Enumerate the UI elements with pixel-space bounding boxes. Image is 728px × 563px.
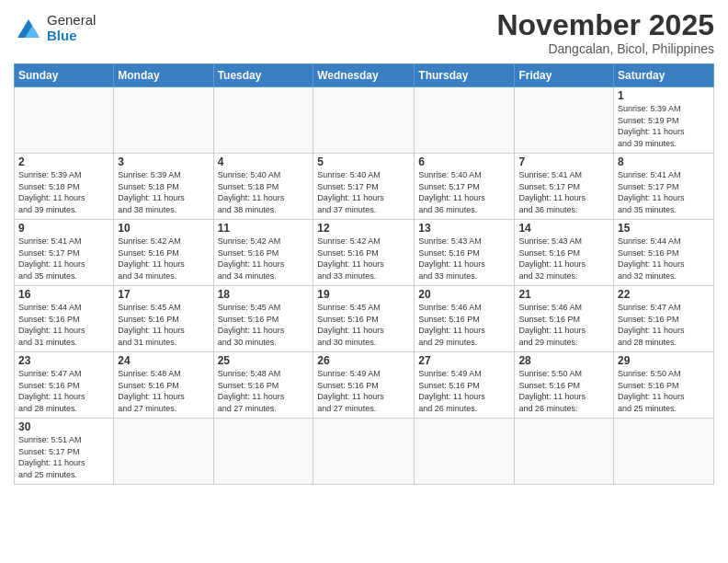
header-thursday: Thursday — [415, 64, 515, 87]
day-info: Sunrise: 5:39 AMSunset: 5:18 PMDaylight:… — [118, 169, 209, 215]
day-info: Sunrise: 5:47 AMSunset: 5:16 PMDaylight:… — [618, 302, 710, 348]
calendar-cell — [614, 419, 714, 485]
day-number: 6 — [418, 155, 510, 168]
calendar-cell: 11Sunrise: 5:42 AMSunset: 5:16 PMDayligh… — [213, 220, 313, 286]
calendar-cell: 7Sunrise: 5:41 AMSunset: 5:17 PMDaylight… — [515, 154, 614, 220]
day-info: Sunrise: 5:40 AMSunset: 5:17 PMDaylight:… — [317, 169, 410, 215]
calendar-row: 30Sunrise: 5:51 AMSunset: 5:17 PMDayligh… — [15, 419, 714, 485]
calendar-cell — [213, 87, 313, 154]
calendar-cell: 9Sunrise: 5:41 AMSunset: 5:17 PMDaylight… — [15, 220, 114, 286]
day-info: Sunrise: 5:45 AMSunset: 5:16 PMDaylight:… — [218, 302, 310, 348]
day-info: Sunrise: 5:45 AMSunset: 5:16 PMDaylight:… — [118, 302, 209, 348]
calendar-row: 1Sunrise: 5:39 AMSunset: 5:19 PMDaylight… — [15, 87, 714, 154]
day-number: 21 — [518, 288, 609, 301]
day-number: 22 — [618, 288, 710, 301]
calendar-row: 9Sunrise: 5:41 AMSunset: 5:17 PMDaylight… — [15, 220, 714, 286]
day-number: 28 — [518, 354, 609, 367]
calendar-cell: 20Sunrise: 5:46 AMSunset: 5:16 PMDayligh… — [415, 286, 515, 352]
calendar-cell: 21Sunrise: 5:46 AMSunset: 5:16 PMDayligh… — [515, 286, 614, 352]
day-info: Sunrise: 5:39 AMSunset: 5:18 PMDaylight:… — [18, 169, 109, 215]
day-number: 11 — [218, 222, 310, 235]
calendar-cell: 26Sunrise: 5:49 AMSunset: 5:16 PMDayligh… — [313, 352, 415, 419]
header-tuesday: Tuesday — [213, 64, 313, 87]
day-number: 7 — [518, 155, 609, 168]
day-info: Sunrise: 5:45 AMSunset: 5:16 PMDaylight:… — [317, 302, 410, 348]
title-block: November 2025 Dangcalan, Bicol, Philippi… — [496, 9, 714, 56]
day-number: 19 — [317, 288, 410, 301]
day-number: 18 — [218, 288, 310, 301]
day-number: 9 — [18, 222, 109, 235]
calendar-cell — [313, 419, 415, 485]
calendar-cell: 17Sunrise: 5:45 AMSunset: 5:16 PMDayligh… — [114, 286, 213, 352]
calendar-cell: 10Sunrise: 5:42 AMSunset: 5:16 PMDayligh… — [114, 220, 213, 286]
day-number: 17 — [118, 288, 209, 301]
calendar-cell: 30Sunrise: 5:51 AMSunset: 5:17 PMDayligh… — [15, 419, 114, 485]
calendar-cell: 27Sunrise: 5:49 AMSunset: 5:16 PMDayligh… — [415, 352, 515, 419]
calendar-cell — [415, 87, 515, 154]
calendar-cell: 14Sunrise: 5:43 AMSunset: 5:16 PMDayligh… — [515, 220, 614, 286]
day-info: Sunrise: 5:41 AMSunset: 5:17 PMDaylight:… — [618, 169, 710, 215]
day-number: 2 — [18, 155, 109, 168]
calendar-cell: 22Sunrise: 5:47 AMSunset: 5:16 PMDayligh… — [614, 286, 714, 352]
calendar-cell: 28Sunrise: 5:50 AMSunset: 5:16 PMDayligh… — [515, 352, 614, 419]
day-number: 16 — [18, 288, 109, 301]
header-friday: Friday — [515, 64, 614, 87]
calendar-cell: 4Sunrise: 5:40 AMSunset: 5:18 PMDaylight… — [213, 154, 313, 220]
calendar-cell: 8Sunrise: 5:41 AMSunset: 5:17 PMDaylight… — [614, 154, 714, 220]
calendar-row: 23Sunrise: 5:47 AMSunset: 5:16 PMDayligh… — [15, 352, 714, 419]
day-info: Sunrise: 5:40 AMSunset: 5:17 PMDaylight:… — [418, 169, 510, 215]
calendar-row: 16Sunrise: 5:44 AMSunset: 5:16 PMDayligh… — [15, 286, 714, 352]
day-info: Sunrise: 5:42 AMSunset: 5:16 PMDaylight:… — [317, 236, 410, 282]
header-saturday: Saturday — [614, 64, 714, 87]
calendar-cell — [515, 87, 614, 154]
day-number: 29 — [618, 354, 710, 367]
calendar-table: Sunday Monday Tuesday Wednesday Thursday… — [14, 63, 714, 485]
day-info: Sunrise: 5:46 AMSunset: 5:16 PMDaylight:… — [518, 302, 609, 348]
day-number: 23 — [18, 354, 109, 367]
day-info: Sunrise: 5:41 AMSunset: 5:17 PMDaylight:… — [518, 169, 609, 215]
page: General Blue November 2025 Dangcalan, Bi… — [0, 0, 728, 563]
calendar-cell: 24Sunrise: 5:48 AMSunset: 5:16 PMDayligh… — [114, 352, 213, 419]
calendar-cell — [213, 419, 313, 485]
calendar-cell: 25Sunrise: 5:48 AMSunset: 5:16 PMDayligh… — [213, 352, 313, 419]
day-info: Sunrise: 5:39 AMSunset: 5:19 PMDaylight:… — [618, 103, 710, 149]
day-info: Sunrise: 5:51 AMSunset: 5:17 PMDaylight:… — [18, 434, 109, 480]
calendar-cell: 23Sunrise: 5:47 AMSunset: 5:16 PMDayligh… — [15, 352, 114, 419]
day-number: 5 — [317, 155, 410, 168]
calendar-cell: 12Sunrise: 5:42 AMSunset: 5:16 PMDayligh… — [313, 220, 415, 286]
calendar-cell: 18Sunrise: 5:45 AMSunset: 5:16 PMDayligh… — [213, 286, 313, 352]
month-title: November 2025 — [496, 9, 714, 41]
logo-icon — [14, 16, 43, 41]
calendar-row: 2Sunrise: 5:39 AMSunset: 5:18 PMDaylight… — [15, 154, 714, 220]
day-info: Sunrise: 5:48 AMSunset: 5:16 PMDaylight:… — [218, 368, 310, 414]
day-info: Sunrise: 5:41 AMSunset: 5:17 PMDaylight:… — [18, 236, 109, 282]
day-info: Sunrise: 5:50 AMSunset: 5:16 PMDaylight:… — [518, 368, 609, 414]
day-number: 14 — [518, 222, 609, 235]
day-number: 12 — [317, 222, 410, 235]
day-number: 8 — [618, 155, 710, 168]
header-sunday: Sunday — [15, 64, 114, 87]
calendar-cell — [15, 87, 114, 154]
calendar-cell: 3Sunrise: 5:39 AMSunset: 5:18 PMDaylight… — [114, 154, 213, 220]
day-number: 20 — [418, 288, 510, 301]
calendar-cell: 15Sunrise: 5:44 AMSunset: 5:16 PMDayligh… — [614, 220, 714, 286]
day-number: 4 — [218, 155, 310, 168]
day-number: 3 — [118, 155, 209, 168]
calendar-cell: 1Sunrise: 5:39 AMSunset: 5:19 PMDaylight… — [614, 87, 714, 154]
day-info: Sunrise: 5:42 AMSunset: 5:16 PMDaylight:… — [218, 236, 310, 282]
day-info: Sunrise: 5:40 AMSunset: 5:18 PMDaylight:… — [218, 169, 310, 215]
calendar-cell — [114, 87, 213, 154]
calendar-cell: 13Sunrise: 5:43 AMSunset: 5:16 PMDayligh… — [415, 220, 515, 286]
day-number: 24 — [118, 354, 209, 367]
day-number: 13 — [418, 222, 510, 235]
calendar-cell: 16Sunrise: 5:44 AMSunset: 5:16 PMDayligh… — [15, 286, 114, 352]
day-number: 30 — [18, 420, 109, 433]
day-info: Sunrise: 5:44 AMSunset: 5:16 PMDaylight:… — [618, 236, 710, 282]
day-info: Sunrise: 5:49 AMSunset: 5:16 PMDaylight:… — [317, 368, 410, 414]
day-number: 10 — [118, 222, 209, 235]
day-number: 1 — [618, 89, 710, 102]
day-info: Sunrise: 5:43 AMSunset: 5:16 PMDaylight:… — [418, 236, 510, 282]
day-info: Sunrise: 5:50 AMSunset: 5:16 PMDaylight:… — [618, 368, 710, 414]
day-number: 15 — [618, 222, 710, 235]
day-info: Sunrise: 5:42 AMSunset: 5:16 PMDaylight:… — [118, 236, 209, 282]
